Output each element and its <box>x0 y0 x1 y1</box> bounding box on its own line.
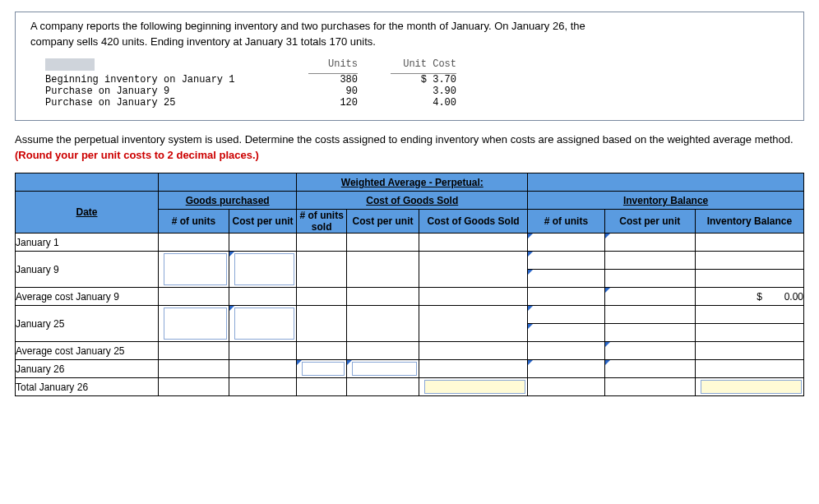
hdr-blank-goods-top <box>158 173 296 192</box>
lbl-avg9: Average cost January 9 <box>16 288 159 306</box>
data-cost-1: 3.90 <box>391 86 456 97</box>
cell-jan1-gp-cpu <box>229 234 297 252</box>
cell-jan26-inv-cpu[interactable] <box>604 360 695 378</box>
cell-jan25-gp-cpu[interactable] <box>229 306 297 342</box>
cell-avg25-gp-cpu <box>229 342 297 360</box>
data-cost-2: 4.00 <box>391 97 456 109</box>
cell-jan26-cogs-units[interactable] <box>297 360 347 378</box>
cell-jan26-gp-cpu <box>229 360 297 378</box>
row-jan9-a: January 9 <box>16 252 804 270</box>
lbl-avg25: Average cost January 25 <box>16 342 159 360</box>
instr-red: (Round your per unit costs to 2 decimal … <box>15 149 259 161</box>
cell-avg25-inv-bal <box>695 342 803 360</box>
cell-jan9-inv-units-a[interactable] <box>528 252 605 270</box>
cell-jan9-cogs-cpu <box>346 252 419 288</box>
cell-avg25-inv-cpu[interactable] <box>604 342 695 360</box>
row-jan1: January 1 <box>16 234 804 252</box>
worksheet-table: Weighted Average - Perpetual: Date Goods… <box>15 173 804 396</box>
cell-jan9-inv-units-b[interactable] <box>528 270 605 288</box>
cell-jan1-inv-bal <box>695 234 803 252</box>
hdr-goods: Goods purchased <box>158 192 296 210</box>
cell-avg9-gp-units <box>158 288 229 306</box>
row-avg9: Average cost January 9 $ 0.00 <box>16 288 804 306</box>
hdr-cpu2: Cost per unit <box>346 210 419 234</box>
instr-text: Assume the perpetual inventory system is… <box>15 133 794 146</box>
instructions: Assume the perpetual inventory system is… <box>15 132 804 164</box>
cell-avg9-cogs-cpu <box>346 288 419 306</box>
question-text: A company reports the following beginnin… <box>30 19 789 50</box>
lbl-total26: Total January 26 <box>16 378 159 396</box>
hdr-date: Date <box>16 192 159 234</box>
cell-avg9-inv-units <box>528 288 605 306</box>
cell-t26-inv-bal[interactable] <box>695 378 803 396</box>
lbl-jan25: January 25 <box>16 306 159 342</box>
cell-jan25-inv-bal-a <box>695 306 803 324</box>
cell-jan9-gp-units[interactable] <box>158 252 229 288</box>
cell-jan9-inv-cpu-b <box>604 270 695 288</box>
hdr-invbal: Inventory Balance <box>695 210 803 234</box>
cell-jan25-inv-cpu-b <box>604 324 695 342</box>
hdr-cpu3: Cost per unit <box>604 210 695 234</box>
data-cost-0: $ 3.70 <box>391 74 456 86</box>
hdr-nunits3: # of units <box>528 210 605 234</box>
data-desc-0: Beginning inventory on January 1 <box>45 74 308 86</box>
cell-t26-cogs[interactable] <box>419 378 528 396</box>
cell-avg9-inv-bal: $ 0.00 <box>695 288 803 306</box>
cell-jan9-gp-cpu[interactable] <box>229 252 297 288</box>
row-jan25-a: January 25 <box>16 306 804 324</box>
cell-jan9-cogs-units <box>297 252 347 288</box>
cell-avg9-cogs <box>419 288 528 306</box>
cell-jan1-cogs-units <box>297 234 347 252</box>
hdr-cogs: Cost of Goods Sold <box>419 210 528 234</box>
cell-jan26-cogs <box>419 360 528 378</box>
cell-jan25-inv-bal-b <box>695 324 803 342</box>
hdr-nunits-sold: # of units sold <box>297 210 347 234</box>
cell-avg9-cogs-units <box>297 288 347 306</box>
col-head-unit-cost: Unit Cost <box>391 58 456 74</box>
lbl-jan26: January 26 <box>16 360 159 378</box>
cell-jan1-gp-units <box>158 234 229 252</box>
cell-jan1-inv-cpu[interactable] <box>604 234 695 252</box>
lbl-jan9: January 9 <box>16 252 159 288</box>
cell-jan25-cogs-units <box>297 306 347 342</box>
cell-jan9-inv-bal-a <box>695 252 803 270</box>
data-units-2: 120 <box>308 97 358 109</box>
cell-jan9-cogs <box>419 252 528 288</box>
row-avg25: Average cost January 25 <box>16 342 804 360</box>
cell-jan1-inv-units[interactable] <box>528 234 605 252</box>
cell-jan25-inv-units-b[interactable] <box>528 324 605 342</box>
cell-t26-cogs-units <box>297 378 347 396</box>
hdr-blank-tl <box>16 173 159 192</box>
row-total26: Total January 26 <box>16 378 804 396</box>
cell-avg25-cogs-cpu <box>346 342 419 360</box>
cell-avg9-gp-cpu <box>229 288 297 306</box>
cell-t26-cogs-cpu <box>346 378 419 396</box>
cell-jan26-inv-bal <box>695 360 803 378</box>
hdr-cogs-group: Cost of Goods Sold <box>297 192 528 210</box>
cell-avg25-gp-units <box>158 342 229 360</box>
data-units-0: 380 <box>308 74 358 86</box>
cell-jan26-cogs-cpu[interactable] <box>346 360 419 378</box>
desc-header-highlight <box>45 58 95 71</box>
cell-avg25-inv-units <box>528 342 605 360</box>
cell-jan1-cogs-cpu <box>346 234 419 252</box>
data-desc-1: Purchase on January 9 <box>45 86 308 97</box>
cell-t26-inv-cpu <box>604 378 695 396</box>
cell-t26-gp-cpu <box>229 378 297 396</box>
cell-t26-gp-units <box>158 378 229 396</box>
inventory-data-table: Units Unit Cost Beginning inventory on J… <box>45 58 789 109</box>
cell-jan25-cogs-cpu <box>346 306 419 342</box>
cell-jan25-inv-units-a[interactable] <box>528 306 605 324</box>
cell-avg9-inv-cpu[interactable] <box>604 288 695 306</box>
dollar-sign: $ <box>757 291 762 303</box>
data-desc-2: Purchase on January 25 <box>45 97 308 109</box>
question-line1: A company reports the following beginnin… <box>30 20 585 32</box>
zero-val: 0.00 <box>784 291 803 303</box>
cell-jan26-inv-units[interactable] <box>528 360 605 378</box>
hdr-weighted-avg: Weighted Average - Perpetual: <box>297 173 528 192</box>
hdr-cpu1: Cost per unit <box>229 210 297 234</box>
cell-jan25-gp-units[interactable] <box>158 306 229 342</box>
cell-jan26-gp-units <box>158 360 229 378</box>
cell-jan1-cogs <box>419 234 528 252</box>
col-head-units: Units <box>308 58 358 74</box>
